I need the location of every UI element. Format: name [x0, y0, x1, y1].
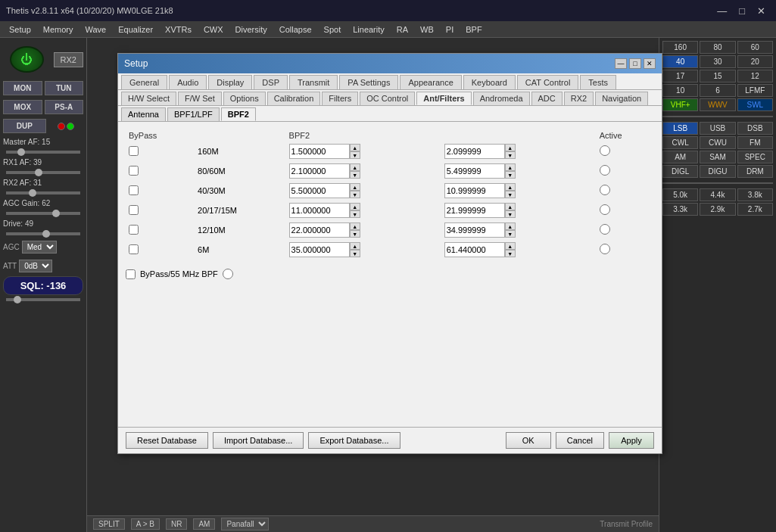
rx1-af-slider-track[interactable] [6, 171, 80, 174]
ok-button[interactable]: OK [506, 432, 551, 449]
freq-lfmf[interactable]: LFMF [737, 84, 773, 97]
bpf2-160m-end-input[interactable] [444, 144, 505, 159]
mon-button[interactable]: MON [3, 81, 42, 95]
menu-collapse[interactable]: Collapse [273, 21, 318, 37]
att-select[interactable]: 0dB [19, 260, 52, 272]
panafall-select[interactable]: Panafall [221, 518, 269, 530]
menu-setup[interactable]: Setup [3, 21, 37, 37]
mode-digu[interactable]: DIGU [700, 165, 735, 178]
bw-2k7[interactable]: 2.7k [737, 203, 773, 216]
tun-button[interactable]: TUN [45, 81, 84, 95]
subtab-adc[interactable]: ADC [531, 92, 563, 105]
mode-sam[interactable]: SAM [700, 151, 735, 163]
tab-transmit[interactable]: Transmit [289, 75, 338, 89]
bypass-6m-checkbox[interactable] [129, 244, 139, 254]
spin-down[interactable]: ▼ [505, 230, 516, 238]
subtab-oc-control[interactable]: OC Control [360, 92, 415, 105]
cancel-button[interactable]: Cancel [556, 432, 604, 449]
active-80m-radio[interactable] [600, 165, 610, 176]
spin-down[interactable]: ▼ [350, 250, 360, 257]
maximize-button[interactable]: □ [734, 4, 750, 18]
subtab-hw-select[interactable]: H/W Select [121, 92, 176, 105]
subtab-ant-filters[interactable]: Ant/Filters [416, 92, 471, 105]
spin-down[interactable]: ▼ [505, 191, 516, 198]
bw-2k9[interactable]: 2.9k [700, 203, 735, 216]
active-20m-radio[interactable] [600, 204, 610, 215]
menu-equalizer[interactable]: Equalizer [112, 21, 159, 37]
dup-button[interactable]: DUP [3, 119, 46, 133]
spin-down[interactable]: ▼ [505, 171, 516, 179]
mode-usb[interactable]: USB [700, 122, 735, 135]
freq-17[interactable]: 17 [662, 70, 698, 82]
spin-up[interactable]: ▲ [350, 222, 360, 230]
bpf2-80m-start-input[interactable] [289, 163, 350, 179]
spin-up[interactable]: ▲ [350, 203, 360, 210]
menu-ra[interactable]: RA [391, 21, 414, 37]
menu-cwx[interactable]: CWX [198, 21, 229, 37]
mode-lsb[interactable]: LSB [662, 122, 698, 135]
tab-tests[interactable]: Tests [580, 75, 616, 89]
spin-up[interactable]: ▲ [505, 163, 516, 171]
freq-30[interactable]: 30 [700, 55, 735, 68]
tab-display[interactable]: Display [208, 75, 252, 89]
subsubtab-bpf1-lpf[interactable]: BPF1/LPF [167, 107, 220, 121]
tab-dsp[interactable]: DSP [254, 75, 288, 89]
bpf2-160m-start-input[interactable] [289, 144, 350, 159]
spin-up[interactable]: ▲ [350, 144, 360, 151]
mox-button[interactable]: MOX [3, 100, 42, 114]
freq-12[interactable]: 12 [737, 70, 773, 82]
bypass-40m-checkbox[interactable] [129, 185, 139, 195]
bpf2-6m-start-input[interactable] [289, 242, 350, 257]
rx2-af-slider-track[interactable] [6, 191, 80, 194]
tab-keyboard[interactable]: Keyboard [463, 75, 516, 89]
am-button[interactable]: AM [193, 518, 215, 530]
subsubtab-antenna[interactable]: Antenna [121, 107, 166, 121]
bypass-12m-checkbox[interactable] [129, 225, 139, 235]
mode-cwl[interactable]: CWL [662, 136, 698, 149]
mode-am[interactable]: AM [662, 151, 698, 163]
bypass-55mhz-radio[interactable] [223, 269, 233, 279]
freq-15[interactable]: 15 [700, 70, 735, 82]
spin-down[interactable]: ▼ [350, 230, 360, 238]
menu-wb[interactable]: WB [414, 21, 440, 37]
menu-linearity[interactable]: Linearity [347, 21, 391, 37]
bypass-55mhz-checkbox[interactable] [126, 269, 136, 279]
subtab-andromeda[interactable]: Andromeda [473, 92, 530, 105]
tab-general[interactable]: General [121, 75, 167, 89]
spin-up[interactable]: ▲ [350, 183, 360, 191]
active-6m-radio[interactable] [600, 244, 610, 254]
sql-slider-track[interactable] [6, 298, 80, 301]
mode-digl[interactable]: DIGL [662, 165, 698, 178]
apply-button[interactable]: Apply [609, 432, 654, 449]
minimize-button[interactable]: — [712, 4, 731, 18]
bw-4k4[interactable]: 4.4k [700, 188, 735, 201]
bw-3k3[interactable]: 3.3k [662, 203, 698, 216]
drive-slider-track[interactable] [6, 232, 80, 235]
bypass-80m-checkbox[interactable] [129, 166, 139, 176]
spin-down[interactable]: ▼ [350, 191, 360, 198]
freq-swl[interactable]: SWL [737, 98, 773, 111]
dialog-maximize-btn[interactable]: □ [629, 58, 641, 69]
mode-dsb[interactable]: DSB [737, 122, 773, 135]
bw-3k8[interactable]: 3.8k [737, 188, 773, 201]
freq-160[interactable]: 160 [662, 41, 698, 54]
menu-spot[interactable]: Spot [318, 21, 347, 37]
subsubtab-bpf2[interactable]: BPF2 [221, 107, 256, 121]
split-button[interactable]: SPLIT [93, 518, 125, 530]
spin-up[interactable]: ▲ [505, 183, 516, 191]
bpf2-12m-start-input[interactable] [289, 222, 350, 238]
mode-spec[interactable]: SPEC [737, 151, 773, 163]
subtab-navigation[interactable]: Navigation [595, 92, 648, 105]
menu-xvtrs[interactable]: XVTRs [159, 21, 198, 37]
spin-up[interactable]: ▲ [505, 242, 516, 250]
menu-wave[interactable]: Wave [79, 21, 112, 37]
nr-button[interactable]: NR [166, 518, 187, 530]
reset-database-button[interactable]: Reset Database [126, 432, 208, 449]
import-database-button[interactable]: Import Database... [213, 432, 304, 449]
freq-60[interactable]: 60 [737, 41, 773, 54]
mode-cwu[interactable]: CWU [700, 136, 735, 149]
power-button[interactable]: ⏻ [10, 46, 44, 73]
tab-appearance[interactable]: Appearance [400, 75, 461, 89]
active-40m-radio[interactable] [600, 185, 610, 195]
spin-down[interactable]: ▼ [350, 151, 360, 159]
